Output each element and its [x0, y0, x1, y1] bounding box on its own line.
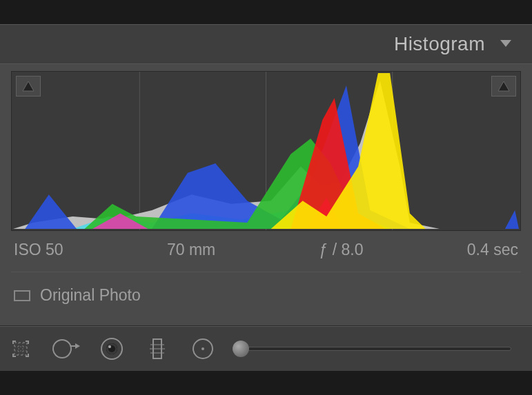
checkbox-icon[interactable] — [14, 290, 30, 301]
svg-point-23 — [201, 347, 204, 350]
app-top-bar — [0, 0, 532, 24]
exif-row: ISO 50 70 mm ƒ / 8.0 0.4 sec — [11, 231, 521, 259]
collapse-icon[interactable] — [499, 37, 513, 52]
radial-filter-icon[interactable] — [189, 335, 217, 363]
svg-marker-4 — [23, 81, 34, 91]
exif-aperture[interactable]: ƒ / 8.0 — [319, 241, 364, 259]
spot-removal-icon[interactable] — [52, 335, 80, 363]
original-photo-label: Original Photo — [40, 286, 141, 305]
histogram-svg — [12, 72, 520, 230]
shadow-clipping-icon[interactable] — [16, 76, 41, 97]
graduated-filter-icon[interactable] — [144, 335, 171, 363]
tool-strip — [0, 326, 532, 371]
exif-focal-length[interactable]: 70 mm — [167, 241, 215, 259]
histogram-panel: Histogram ISO 50 70 mm ƒ / 8.0 0.4 sec O… — [0, 24, 532, 326]
exif-iso[interactable]: ISO 50 — [14, 241, 63, 259]
panel-header[interactable]: Histogram — [0, 25, 532, 63]
svg-point-11 — [53, 340, 71, 358]
crop-tool-icon[interactable] — [7, 335, 35, 363]
svg-marker-12 — [75, 343, 80, 349]
panel-body: ISO 50 70 mm ƒ / 8.0 0.4 sec Original Ph… — [0, 63, 532, 325]
brush-mask-slider[interactable] — [240, 347, 511, 351]
highlight-clipping-icon[interactable] — [491, 76, 516, 97]
slider-knob-icon[interactable] — [233, 341, 249, 357]
red-eye-icon[interactable] — [98, 335, 126, 363]
exif-shutter[interactable]: 0.4 sec — [467, 241, 518, 259]
svg-point-17 — [108, 345, 111, 348]
svg-marker-5 — [498, 81, 509, 91]
svg-rect-6 — [14, 343, 27, 355]
original-photo-toggle[interactable]: Original Photo — [11, 272, 521, 314]
svg-marker-0 — [500, 40, 511, 47]
panel-title: Histogram — [394, 33, 485, 55]
histogram-chart[interactable] — [11, 71, 521, 231]
